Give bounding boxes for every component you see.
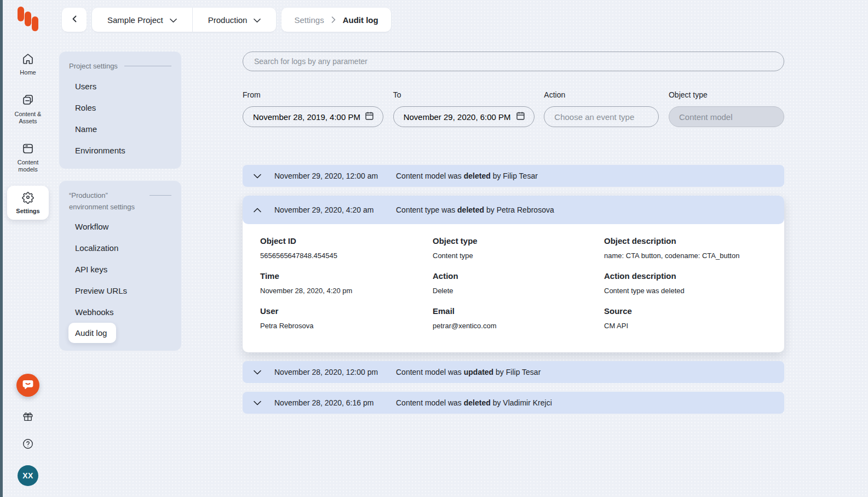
detail-value: CM API [604,322,767,330]
settings-nav-audit-log[interactable]: Audit log [68,323,116,343]
settings-nav-webhooks[interactable]: Webhooks [59,301,181,323]
detail-object-description: Object descriptionname: CTA button, code… [604,236,767,271]
settings-icon [21,191,35,205]
settings-nav-users[interactable]: Users [59,76,181,97]
detail-label: Object ID [260,236,433,245]
chevron-down-icon[interactable] [254,174,262,179]
detail-value: Delete [433,287,604,295]
environment-settings-title: “Production” environment settings [59,190,181,213]
to-label: To [393,90,534,99]
detail-label: Action [433,271,604,281]
to-date-picker[interactable]: November 29, 2020, 6:00 PM [393,106,534,127]
chevron-down-icon[interactable] [254,370,262,375]
chat-button[interactable] [16,374,39,397]
content-models-icon [21,142,35,157]
environment-selector[interactable]: Production [193,8,277,32]
audit-log-section: From November 28, 2019, 4:00 PM To Novem… [243,52,784,497]
sidebar-item-content-assets[interactable]: Content & Assets [7,88,49,130]
back-button[interactable] [62,8,87,32]
settings-nav-name[interactable]: Name [59,118,181,140]
calendar-icon [365,111,374,122]
detail-user: UserPetra Rebrosova [260,306,433,341]
chevron-down-icon[interactable] [254,401,262,405]
chevron-left-icon [71,15,78,25]
detail-label: User [260,306,433,316]
filter-action: Action Choose an event type [544,90,659,127]
detail-object-type: Object typeContent type [433,236,604,271]
detail-value: Content type [433,252,604,260]
project-selector[interactable]: Sample Project [92,8,192,32]
settings-nav-localization[interactable]: Localization [59,237,181,259]
log-details: Object ID5656565647848.454545Object type… [243,224,784,352]
settings-nav-api-keys[interactable]: API keys [59,259,181,280]
log-timestamp: November 29, 2020, 4:20 am [274,205,396,214]
main-nav-rail: HomeContent & AssetsContent modelsSettin… [3,0,53,497]
from-date-picker[interactable]: November 28, 2019, 4:00 PM [243,106,383,127]
environment-selector-label: Production [208,15,248,25]
filter-from: From November 28, 2019, 4:00 PM [243,90,383,127]
log-row[interactable]: November 28, 2020, 6:16 pmContent model … [243,392,784,414]
action-dropdown[interactable]: Choose an event type [544,106,659,127]
detail-value: November 28, 2020, 4:20 pm [260,287,433,295]
filter-object-type: Object type Content model [669,90,784,127]
content-area: Sample Project Production Settings Audit… [53,0,868,497]
detail-time: TimeNovember 28, 2020, 4:20 pm [260,271,433,306]
filters-row: From November 28, 2019, 4:00 PM To Novem… [243,90,784,127]
log-row[interactable]: November 29, 2020, 12:00 amContent model… [243,165,784,187]
chat-bubble-icon [21,378,35,393]
project-selector-label: Sample Project [107,15,163,25]
main: Project settings UsersRolesNameEnvironme… [53,52,868,497]
page: HomeContent & AssetsContent modelsSettin… [0,0,868,497]
sidebar-item-settings[interactable]: Settings [7,186,49,220]
search-input[interactable] [243,52,784,71]
title-rule [150,195,171,196]
sidebar-item-home[interactable]: Home [7,47,49,81]
settings-nav-preview-urls[interactable]: Preview URLs [59,280,181,301]
settings-nav-environments[interactable]: Environments [59,140,181,161]
detail-label: Object description [604,236,767,245]
avatar[interactable]: XX [18,465,38,486]
detail-email: Emailpetrar@xentico.com [433,306,604,341]
detail-label: Source [604,306,767,316]
action-label: Action [544,90,659,99]
project-settings-title: Project settings [59,61,181,72]
context-selector: Sample Project Production [92,8,276,32]
calendar-icon [516,111,525,122]
breadcrumb: Settings Audit log [281,8,390,32]
kontent-logo[interactable] [18,7,38,32]
breadcrumb-settings[interactable]: Settings [294,15,324,25]
topbar: Sample Project Production Settings Audit… [62,8,868,32]
log-timestamp: November 29, 2020, 12:00 am [274,172,396,180]
log-entry: November 28, 2020, 12:00 pmContent model… [243,361,784,383]
chevron-up-icon[interactable] [254,208,262,213]
detail-value: petrar@xentico.com [433,322,604,330]
detail-label: Email [433,306,604,316]
chevron-down-icon [254,15,261,25]
log-row[interactable]: November 29, 2020, 4:20 amContent type w… [243,196,784,224]
log-entry: November 29, 2020, 4:20 amContent type w… [243,196,784,352]
sidebar-item-label: Content & Assets [8,111,48,125]
settings-nav-roles[interactable]: Roles [59,97,181,118]
breadcrumb-current: Audit log [343,15,378,25]
from-label: From [243,90,383,99]
rail-footer: XX [16,374,39,497]
log-list: November 29, 2020, 12:00 amContent model… [243,165,784,414]
sidebar-item-content-models[interactable]: Content models [7,137,49,179]
help-icon[interactable] [22,438,34,452]
log-row[interactable]: November 28, 2020, 12:00 pmContent model… [243,361,784,383]
detail-value: name: CTA button, codename: CTA_button [604,252,767,260]
detail-action-description: Action descriptionContent type was delet… [604,271,767,306]
detail-value: Content type was deleted [604,287,767,295]
detail-label: Time [260,271,433,281]
gift-icon[interactable] [22,410,34,424]
object-type-dropdown[interactable]: Content model [669,106,784,127]
log-message: Content model was deleted by Filip Tesar [396,172,538,180]
project-settings-group: Project settings UsersRolesNameEnvironme… [59,52,181,169]
home-icon [21,52,35,67]
object-type-label: Object type [669,90,784,99]
detail-value: Petra Rebrosova [260,322,433,330]
detail-value: 5656565647848.454545 [260,252,433,260]
detail-object-id: Object ID5656565647848.454545 [260,236,433,271]
log-message: Content model was deleted by Vladimir Kr… [396,398,552,407]
settings-nav-workflow[interactable]: Workflow [59,216,181,237]
